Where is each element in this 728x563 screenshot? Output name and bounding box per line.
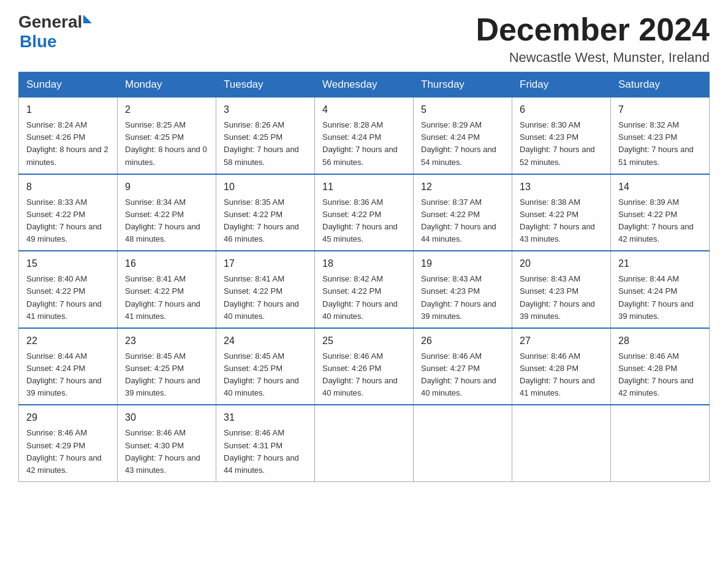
- table-row: 30Sunrise: 8:46 AMSunset: 4:30 PMDayligh…: [118, 405, 216, 481]
- table-row: 11Sunrise: 8:36 AMSunset: 4:22 PMDayligh…: [315, 174, 414, 251]
- calendar-header-row: Sunday Monday Tuesday Wednesday Thursday…: [19, 72, 710, 98]
- table-row: [315, 405, 414, 481]
- table-row: [611, 405, 710, 481]
- day-info: Sunrise: 8:42 AMSunset: 4:22 PMDaylight:…: [322, 273, 406, 323]
- day-number: 24: [224, 334, 307, 348]
- day-info: Sunrise: 8:35 AMSunset: 4:22 PMDaylight:…: [224, 196, 307, 246]
- day-number: 5: [421, 102, 504, 117]
- day-number: 4: [322, 102, 406, 117]
- page-header: General Blue December 2024 Newcastle Wes…: [18, 12, 710, 66]
- day-number: 30: [125, 410, 208, 425]
- table-row: 25Sunrise: 8:46 AMSunset: 4:26 PMDayligh…: [315, 328, 414, 405]
- table-row: 22Sunrise: 8:44 AMSunset: 4:24 PMDayligh…: [19, 328, 118, 405]
- table-row: [414, 405, 512, 481]
- header-wednesday: Wednesday: [315, 72, 414, 98]
- day-info: Sunrise: 8:37 AMSunset: 4:22 PMDaylight:…: [421, 196, 504, 246]
- day-number: 23: [125, 334, 208, 348]
- header-sunday: Sunday: [19, 72, 118, 98]
- day-info: Sunrise: 8:24 AMSunset: 4:26 PMDaylight:…: [26, 119, 110, 169]
- day-number: 11: [322, 180, 406, 194]
- day-number: 13: [520, 180, 603, 194]
- day-number: 6: [520, 102, 603, 117]
- calendar-week-row: 29Sunrise: 8:46 AMSunset: 4:29 PMDayligh…: [19, 405, 710, 481]
- table-row: 2Sunrise: 8:25 AMSunset: 4:25 PMDaylight…: [118, 98, 216, 174]
- day-info: Sunrise: 8:26 AMSunset: 4:25 PMDaylight:…: [224, 119, 307, 169]
- day-info: Sunrise: 8:40 AMSunset: 4:22 PMDaylight:…: [26, 273, 110, 323]
- day-number: 21: [618, 256, 702, 271]
- day-info: Sunrise: 8:46 AMSunset: 4:26 PMDaylight:…: [322, 350, 406, 400]
- day-info: Sunrise: 8:29 AMSunset: 4:24 PMDaylight:…: [421, 119, 504, 169]
- day-number: 25: [322, 334, 406, 348]
- header-friday: Friday: [512, 72, 611, 98]
- day-number: 12: [421, 180, 504, 194]
- day-number: 1: [26, 102, 110, 117]
- calendar-week-row: 8Sunrise: 8:33 AMSunset: 4:22 PMDaylight…: [19, 174, 710, 251]
- day-info: Sunrise: 8:41 AMSunset: 4:22 PMDaylight:…: [224, 273, 307, 323]
- day-number: 29: [26, 410, 110, 425]
- table-row: 24Sunrise: 8:45 AMSunset: 4:25 PMDayligh…: [216, 328, 315, 405]
- day-info: Sunrise: 8:45 AMSunset: 4:25 PMDaylight:…: [224, 350, 307, 400]
- table-row: [512, 405, 611, 481]
- calendar-week-row: 1Sunrise: 8:24 AMSunset: 4:26 PMDaylight…: [19, 98, 710, 174]
- day-info: Sunrise: 8:46 AMSunset: 4:31 PMDaylight:…: [224, 427, 307, 477]
- day-info: Sunrise: 8:46 AMSunset: 4:28 PMDaylight:…: [618, 350, 702, 400]
- day-number: 2: [125, 102, 208, 117]
- day-number: 15: [26, 256, 110, 271]
- day-info: Sunrise: 8:46 AMSunset: 4:29 PMDaylight:…: [26, 427, 110, 477]
- day-info: Sunrise: 8:46 AMSunset: 4:27 PMDaylight:…: [421, 350, 504, 400]
- header-tuesday: Tuesday: [216, 72, 315, 98]
- day-number: 27: [520, 334, 603, 348]
- table-row: 23Sunrise: 8:45 AMSunset: 4:25 PMDayligh…: [118, 328, 216, 405]
- table-row: 6Sunrise: 8:30 AMSunset: 4:23 PMDaylight…: [512, 98, 611, 174]
- day-number: 16: [125, 256, 208, 271]
- day-number: 22: [26, 334, 110, 348]
- location-subtitle: Newcastle West, Munster, Ireland: [476, 50, 710, 66]
- day-number: 9: [125, 180, 208, 194]
- day-info: Sunrise: 8:38 AMSunset: 4:22 PMDaylight:…: [520, 196, 603, 246]
- day-info: Sunrise: 8:43 AMSunset: 4:23 PMDaylight:…: [421, 273, 504, 323]
- day-number: 26: [421, 334, 504, 348]
- calendar-week-row: 15Sunrise: 8:40 AMSunset: 4:22 PMDayligh…: [19, 251, 710, 328]
- table-row: 3Sunrise: 8:26 AMSunset: 4:25 PMDaylight…: [216, 98, 315, 174]
- calendar-week-row: 22Sunrise: 8:44 AMSunset: 4:24 PMDayligh…: [19, 328, 710, 405]
- day-number: 10: [224, 180, 307, 194]
- day-number: 19: [421, 256, 504, 271]
- logo-general-text: General: [18, 12, 82, 32]
- header-monday: Monday: [118, 72, 216, 98]
- table-row: 20Sunrise: 8:43 AMSunset: 4:23 PMDayligh…: [512, 251, 611, 328]
- day-number: 3: [224, 102, 307, 117]
- logo-arrow-icon: [83, 15, 92, 23]
- day-info: Sunrise: 8:32 AMSunset: 4:23 PMDaylight:…: [618, 119, 702, 169]
- table-row: 31Sunrise: 8:46 AMSunset: 4:31 PMDayligh…: [216, 405, 315, 481]
- day-number: 14: [618, 180, 702, 194]
- day-info: Sunrise: 8:44 AMSunset: 4:24 PMDaylight:…: [26, 350, 110, 400]
- day-info: Sunrise: 8:46 AMSunset: 4:30 PMDaylight:…: [125, 427, 208, 477]
- day-info: Sunrise: 8:28 AMSunset: 4:24 PMDaylight:…: [322, 119, 406, 169]
- table-row: 19Sunrise: 8:43 AMSunset: 4:23 PMDayligh…: [414, 251, 512, 328]
- table-row: 27Sunrise: 8:46 AMSunset: 4:28 PMDayligh…: [512, 328, 611, 405]
- day-number: 31: [224, 410, 307, 425]
- day-info: Sunrise: 8:34 AMSunset: 4:22 PMDaylight:…: [125, 196, 208, 246]
- table-row: 28Sunrise: 8:46 AMSunset: 4:28 PMDayligh…: [611, 328, 710, 405]
- day-info: Sunrise: 8:39 AMSunset: 4:22 PMDaylight:…: [618, 196, 702, 246]
- day-info: Sunrise: 8:45 AMSunset: 4:25 PMDaylight:…: [125, 350, 208, 400]
- table-row: 29Sunrise: 8:46 AMSunset: 4:29 PMDayligh…: [19, 405, 118, 481]
- table-row: 17Sunrise: 8:41 AMSunset: 4:22 PMDayligh…: [216, 251, 315, 328]
- table-row: 5Sunrise: 8:29 AMSunset: 4:24 PMDaylight…: [414, 98, 512, 174]
- table-row: 26Sunrise: 8:46 AMSunset: 4:27 PMDayligh…: [414, 328, 512, 405]
- header-saturday: Saturday: [611, 72, 710, 98]
- table-row: 7Sunrise: 8:32 AMSunset: 4:23 PMDaylight…: [611, 98, 710, 174]
- day-number: 20: [520, 256, 603, 271]
- table-row: 18Sunrise: 8:42 AMSunset: 4:22 PMDayligh…: [315, 251, 414, 328]
- table-row: 14Sunrise: 8:39 AMSunset: 4:22 PMDayligh…: [611, 174, 710, 251]
- title-section: December 2024 Newcastle West, Munster, I…: [476, 12, 710, 66]
- table-row: 13Sunrise: 8:38 AMSunset: 4:22 PMDayligh…: [512, 174, 611, 251]
- month-title: December 2024: [476, 12, 710, 47]
- day-number: 28: [618, 334, 702, 348]
- table-row: 8Sunrise: 8:33 AMSunset: 4:22 PMDaylight…: [19, 174, 118, 251]
- day-number: 7: [618, 102, 702, 117]
- table-row: 4Sunrise: 8:28 AMSunset: 4:24 PMDaylight…: [315, 98, 414, 174]
- table-row: 15Sunrise: 8:40 AMSunset: 4:22 PMDayligh…: [19, 251, 118, 328]
- logo: General Blue: [18, 12, 92, 52]
- day-number: 18: [322, 256, 406, 271]
